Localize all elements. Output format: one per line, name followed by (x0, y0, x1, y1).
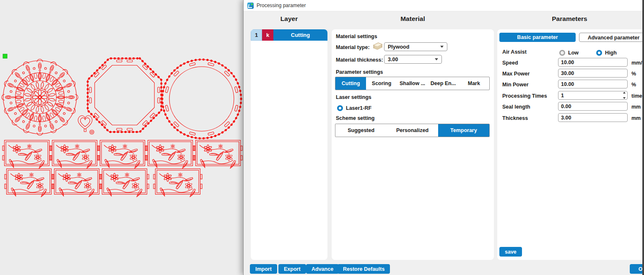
layer-mode-label: Cutting (273, 29, 327, 41)
seal-length-input[interactable] (558, 102, 628, 111)
layer-column-heading: Layer (251, 15, 327, 23)
material-thickness-dropdown[interactable]: 3.00 (384, 55, 442, 64)
air-assist-low-radio[interactable]: Low (559, 49, 579, 56)
air-assist-high-radio[interactable]: High (596, 49, 617, 56)
parameter-settings-label: Parameter settings (336, 69, 383, 75)
process-mode-tabs: Cutting Scoring Shallow ... Deep En... M… (335, 77, 490, 90)
material-thickness-value: 3.00 (388, 57, 398, 62)
air-assist-low-label: Low (568, 50, 579, 56)
material-settings-label: Material settings (336, 34, 377, 39)
scheme-tabs: Suggested Personalized Temporary (335, 124, 490, 137)
tab-personalized[interactable]: Personalized (387, 124, 438, 137)
parameters-column-heading: Parameters (497, 15, 642, 23)
thickness-label: Thickness (502, 115, 528, 121)
octagon-frame-shape[interactable] (88, 58, 161, 132)
material-panel: Material settings Material type: Plywood… (332, 29, 494, 260)
chevron-down-icon (435, 58, 438, 60)
export-button[interactable]: Export (278, 264, 306, 274)
laser1-rf-radio[interactable]: Laser1-RF (337, 104, 371, 112)
tab-shallow-engrave[interactable]: Shallow ... (397, 77, 428, 90)
processing-times-label: Processing Times (502, 93, 547, 99)
thickness-input[interactable] (558, 113, 628, 122)
radio-selected-icon (337, 105, 343, 111)
min-power-label: Min Power (502, 82, 529, 88)
material-thickness-label: Material thickness: (336, 57, 383, 63)
spinner-down-icon[interactable] (623, 97, 626, 99)
floral-panels-row1[interactable] (3, 140, 242, 169)
tab-cutting[interactable]: Cutting (335, 77, 366, 90)
speed-label: Speed (502, 60, 518, 66)
thickness-unit: mm (631, 115, 641, 121)
tab-basic-parameter[interactable]: Basic parameter (499, 33, 576, 42)
tab-mark[interactable]: Mark (459, 77, 489, 90)
tab-deep-engrave[interactable]: Deep En... (428, 77, 458, 90)
window-edge (642, 0, 644, 275)
import-button[interactable]: Import (250, 264, 277, 274)
processing-times-stepper[interactable] (622, 92, 627, 99)
max-power-label: Max Power (502, 71, 530, 77)
tab-advanced-parameter[interactable]: Advanced parameter (579, 33, 644, 42)
layer-color-tag: k (262, 29, 273, 41)
app-logo-icon (247, 3, 254, 9)
material-type-label: Material type: (336, 44, 370, 50)
radio-selected-icon (596, 50, 602, 56)
min-power-input[interactable] (558, 80, 628, 88)
chevron-down-icon (440, 46, 444, 48)
tab-scoring[interactable]: Scoring (366, 77, 397, 90)
laser1-rf-label: Laser1-RF (346, 105, 371, 111)
air-assist-label: Air Assist (502, 49, 527, 55)
processing-parameter-dialog: Processing parameter Layer Material Para… (243, 0, 642, 275)
seal-length-label: Seal length (502, 104, 530, 110)
processing-times-input[interactable] (558, 91, 628, 100)
circle-frame-shape[interactable] (162, 60, 241, 138)
scheme-setting-label: Scheme setting (336, 115, 374, 121)
radio-unselected-icon (559, 50, 565, 56)
air-assist-high-label: High (605, 50, 617, 56)
restore-defaults-button[interactable]: Restore Defaults (338, 264, 390, 274)
material-column-heading: Material (332, 15, 494, 23)
laser-settings-label: Laser settings (336, 94, 371, 100)
floral-panels-row2[interactable] (5, 169, 202, 197)
mandala-doily-shape[interactable] (2, 59, 78, 135)
speed-input[interactable] (558, 58, 628, 67)
tab-suggested[interactable]: Suggested (335, 124, 387, 137)
heart-charm-shape[interactable] (78, 116, 94, 134)
layer-row[interactable]: 1 k Cutting (251, 29, 327, 41)
seal-length-unit: mm (631, 104, 641, 110)
selection-handle[interactable] (3, 54, 7, 58)
design-canvas[interactable] (0, 0, 243, 275)
dialog-title: Processing parameter (257, 3, 306, 8)
plywood-icon (372, 42, 383, 51)
max-power-unit: % (631, 71, 636, 77)
spinner-up-icon[interactable] (623, 92, 626, 93)
ok-button[interactable]: OK (630, 264, 644, 274)
dialog-titlebar[interactable]: Processing parameter (244, 0, 642, 11)
layer-panel: 1 k Cutting (251, 29, 327, 260)
tab-temporary[interactable]: Temporary (438, 124, 489, 137)
layer-number-badge: 1 (251, 29, 262, 41)
material-type-dropdown[interactable]: Plywood (384, 42, 447, 51)
max-power-input[interactable] (558, 69, 628, 78)
advance-button[interactable]: Advance (306, 264, 339, 274)
min-power-unit: % (631, 82, 636, 88)
laser-artwork (0, 0, 243, 275)
material-type-value: Plywood (388, 44, 409, 50)
parameters-panel: Basic parameter Advanced parameter Air A… (497, 29, 644, 260)
save-button[interactable]: save (499, 247, 522, 257)
